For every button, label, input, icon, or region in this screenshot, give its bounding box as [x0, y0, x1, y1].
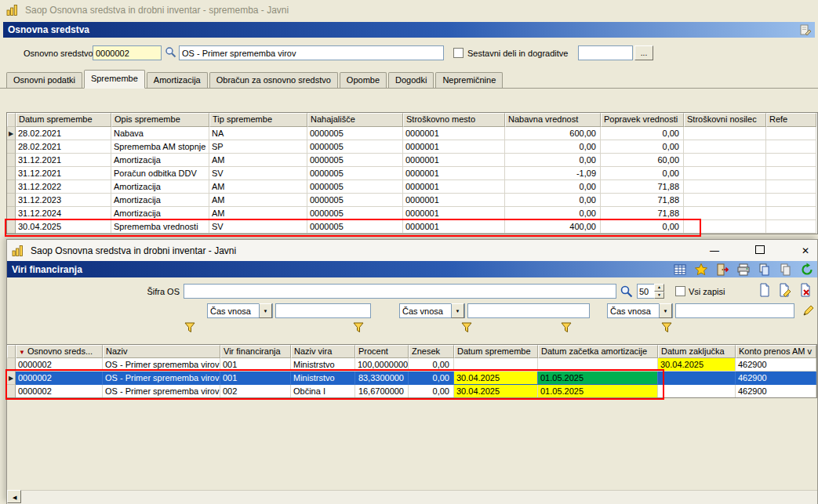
duplicate-icon[interactable]: [779, 263, 793, 277]
grid-cell[interactable]: 0,00: [505, 154, 601, 167]
grid-cell[interactable]: 002: [220, 385, 291, 398]
grid-cell[interactable]: AM: [209, 194, 307, 207]
tab-spremembe[interactable]: Spremembe: [84, 70, 145, 89]
grid-cell[interactable]: SV: [209, 167, 307, 180]
filter-funnel-icon[interactable]: [184, 321, 196, 334]
asset-name-input[interactable]: [179, 45, 444, 60]
lookup-icon[interactable]: [165, 46, 177, 59]
grid-cell[interactable]: Amortizacija: [111, 194, 209, 207]
grid-cell[interactable]: [766, 140, 816, 154]
grid-cell[interactable]: 0,00: [601, 220, 684, 234]
refresh-icon[interactable]: [800, 263, 814, 277]
grid-cell[interactable]: 0000005: [307, 194, 403, 207]
row-selector[interactable]: [7, 207, 16, 220]
table-row[interactable]: 31.12.2023 Amortizacija AM 0000005 00000…: [7, 194, 817, 207]
grid-cell[interactable]: Poračun odbitka DDV: [111, 167, 209, 180]
scroll-left-icon[interactable]: ◀: [7, 490, 21, 503]
grid-cell[interactable]: 0000001: [403, 180, 505, 194]
grid-cell[interactable]: Amortizacija: [111, 207, 209, 220]
grid-cell[interactable]: [538, 358, 658, 372]
column-header[interactable]: Datum zaključka: [658, 345, 736, 358]
filter-funnel-icon[interactable]: [460, 321, 473, 334]
column-header[interactable]: Stroškovni nosilec: [684, 113, 766, 127]
components-checkbox[interactable]: [453, 48, 464, 58]
horizontal-scrollbar[interactable]: [7, 490, 817, 504]
grid-cell[interactable]: AM: [209, 180, 307, 194]
grid-cell[interactable]: [766, 127, 816, 140]
grid-cell[interactable]: 28.02.2021: [16, 127, 111, 140]
filter-input-1[interactable]: [275, 303, 371, 318]
grid-cell[interactable]: 0000002: [16, 385, 103, 398]
row-pointer-icon[interactable]: ▶: [7, 127, 16, 140]
grid-cell[interactable]: 0000001: [403, 140, 505, 154]
grid-cell[interactable]: Ministrstvo: [291, 372, 355, 385]
grid-cell[interactable]: 462900: [736, 385, 816, 398]
row-selector[interactable]: [7, 140, 16, 154]
filter-funnel-icon[interactable]: [660, 321, 673, 334]
export-grid-icon[interactable]: [673, 263, 687, 277]
column-header[interactable]: ▼Osnovno sreds...: [16, 345, 103, 358]
row-pointer-icon[interactable]: ▶: [7, 372, 16, 385]
page-size-input[interactable]: [637, 284, 654, 299]
grid-cell[interactable]: 30.04.2025: [454, 385, 538, 398]
grid-cell[interactable]: [684, 154, 766, 167]
table-row-selected[interactable]: ▶ 0000002 OS - Primer sprememba virov 00…: [7, 372, 816, 385]
column-header[interactable]: Nahajališče: [307, 113, 403, 127]
column-header[interactable]: Datum spremembe: [454, 345, 538, 358]
exit-icon[interactable]: [715, 263, 729, 277]
grid-cell[interactable]: SP: [209, 140, 307, 154]
grid-cell[interactable]: 0000001: [403, 194, 505, 207]
grid-cell[interactable]: 0000005: [307, 167, 403, 180]
tab-osnovni-podatki[interactable]: Osnovni podatki: [6, 72, 82, 88]
column-header[interactable]: Naziv: [103, 345, 220, 358]
grid-cell[interactable]: 462900: [736, 372, 816, 385]
grid-cell[interactable]: [766, 154, 816, 167]
grid-cell[interactable]: 0000001: [403, 127, 505, 140]
table-row[interactable]: 28.02.2021 Sprememba AM stopnje SP 00000…: [7, 140, 817, 154]
close-button[interactable]: ✕: [800, 245, 811, 256]
grid-cell[interactable]: 0000005: [307, 180, 403, 194]
grid-cell[interactable]: 0,00: [505, 207, 601, 220]
filter-funnel-icon[interactable]: [560, 321, 573, 334]
column-header[interactable]: Opis spremembe: [111, 113, 209, 127]
column-header[interactable]: Naziv vira: [291, 345, 355, 358]
page-size-spinner[interactable]: ▲ ▼: [637, 284, 664, 299]
chevron-down-icon[interactable]: ▼: [451, 303, 464, 318]
table-row[interactable]: ▶ 28.02.2021 Nabava NA 0000005 0000001 6…: [7, 127, 817, 140]
row-selector[interactable]: [7, 194, 16, 207]
column-header[interactable]: Vir financiranja: [220, 345, 291, 358]
row-selector[interactable]: [7, 358, 16, 372]
select-all-corner[interactable]: [7, 113, 16, 127]
maximize-button[interactable]: [754, 245, 765, 256]
grid-cell[interactable]: 100,0000000: [355, 358, 409, 372]
tab-nepremicnine[interactable]: Nepremičnine: [435, 72, 503, 88]
column-header[interactable]: Konto prenos AM v: [736, 345, 816, 358]
grid-cell[interactable]: 0,00: [601, 140, 684, 154]
row-selector[interactable]: [7, 167, 16, 180]
row-selector[interactable]: [7, 180, 16, 194]
ellipsis-button[interactable]: ...: [634, 45, 653, 60]
grid-cell[interactable]: -1,09: [505, 167, 601, 180]
grid-cell[interactable]: Amortizacija: [111, 154, 209, 167]
grid-cell[interactable]: [766, 167, 816, 180]
column-header[interactable]: Znesek: [409, 345, 454, 358]
grid-cell[interactable]: OS - Primer sprememba virov: [103, 372, 220, 385]
grid-cell[interactable]: 0,00: [409, 358, 454, 372]
table-row[interactable]: 31.12.2021 Poračun odbitka DDV SV 000000…: [7, 167, 817, 180]
grid-cell[interactable]: 0,00: [409, 372, 454, 385]
table-row[interactable]: 30.04.2025 Sprememba vrednosti SV 000000…: [7, 220, 817, 234]
grid-cell[interactable]: [684, 167, 766, 180]
filter-input-2[interactable]: [467, 303, 590, 318]
grid-cell[interactable]: 0000001: [403, 154, 505, 167]
chevron-down-icon[interactable]: ▼: [659, 303, 672, 318]
grid-cell[interactable]: [766, 220, 816, 234]
grid-cell[interactable]: 001: [220, 372, 291, 385]
grid-cell[interactable]: 71,88: [601, 194, 684, 207]
grid-cell[interactable]: 0000001: [403, 207, 505, 220]
grid-cell[interactable]: 71,88: [601, 180, 684, 194]
grid-cell[interactable]: 31.12.2024: [16, 207, 111, 220]
time-filter-dropdown-1[interactable]: Čas vnosa ▼: [207, 303, 273, 318]
grid-cell[interactable]: Nabava: [111, 127, 209, 140]
grid-cell[interactable]: [684, 194, 766, 207]
column-header[interactable]: Nabavna vrednost: [505, 113, 601, 127]
